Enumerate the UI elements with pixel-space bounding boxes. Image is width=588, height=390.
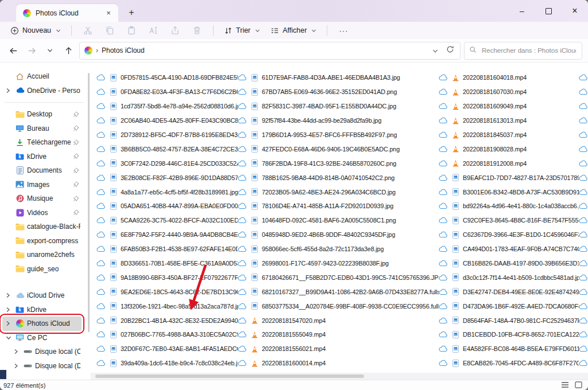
file-row-partial[interactable] — [579, 356, 588, 370]
sidebar-scrollbar[interactable] — [88, 73, 90, 332]
file-row[interactable]: 6E8F79A2-F5F2-4440-9B9A-9A4DB8CB4E40.jpg — [96, 228, 238, 242]
trier-button[interactable]: Trier — [219, 25, 265, 37]
file-row[interactable]: 92f57f84-43be-44dd-ac99-be29a8d2fa9b.jpg — [238, 114, 439, 128]
file-row[interactable]: D3E42747-DEB4-49EE-8E0E-92E4874249F2.jpg — [439, 284, 579, 299]
file-row[interactable]: 786F2BDA-19F8-41C3-92BE-246B5870260C.png — [238, 156, 439, 170]
sidebar-item-t-l-chargements[interactable]: Téléchargements — [2, 135, 82, 150]
search-box[interactable] — [464, 42, 582, 60]
file-row[interactable]: 104648FD-092C-4581-BAF6-2A005C5508C1.png — [238, 213, 439, 228]
file-row[interactable]: 202208181609049.mp4 — [439, 99, 579, 114]
afficher-button[interactable]: Afficher — [266, 25, 321, 37]
file-row-partial[interactable] — [579, 71, 588, 85]
file-row[interactable]: 202208181604018.mp4 — [439, 71, 579, 85]
file-row[interactable]: 202208181912008.mp4 — [439, 156, 579, 170]
file-row[interactable]: 202208181607030.mp4 — [439, 85, 579, 99]
file-row-partial[interactable] — [579, 270, 588, 284]
sidebar-item-documents[interactable]: Documents — [2, 163, 82, 178]
chevron-right-icon[interactable] — [6, 88, 13, 93]
sidebar-item-desktop[interactable]: Desktop — [2, 107, 82, 122]
file-row[interactable]: 5CAA9226-3C75-4022-BFCF-A032C100EDA1.jpe… — [96, 213, 238, 228]
file-row[interactable]: 39da409a-1dc6-418e-b9c4-7c8c038c24eb.jpg — [96, 356, 238, 370]
scrollbar-thumb[interactable] — [95, 375, 364, 378]
file-row[interactable]: 9A18B990-6BF3-450A-BF27-EF07922677F2.jpe… — [96, 270, 238, 284]
file-row[interactable]: 13f3206e-1921-4bec-98a5-d13a2aca787d.jpg — [96, 299, 238, 313]
file-row[interactable]: E4A582FF-BC08-464B-B5EA-E79FFD6011B6.jpg — [439, 342, 579, 356]
file-row[interactable]: 202208181555049.mp4 — [238, 327, 439, 342]
file-row-partial[interactable] — [579, 342, 588, 356]
file-row[interactable]: 4a8a1a77-eb5c-4cf5-bf5f-4f28b3189981.jpg — [96, 185, 238, 199]
file-row[interactable]: 3E2B08CE-F82F-42B9-896E-9D1DA88D5708.png — [96, 170, 238, 185]
file-row[interactable]: 179B6D1A-9953-4E57-BFC6-FFFB5B492F97.png — [238, 128, 439, 142]
sidebar-item-ce-pc[interactable]: Ce PC — [2, 331, 82, 345]
file-row[interactable]: 788B1625-9BA8-44D9-814B-0A07410542C2.png — [238, 170, 439, 185]
file-row-partial[interactable] — [579, 142, 588, 156]
sidebar-item-disque-local-d[interactable]: Disque local (D:) — [10, 359, 82, 373]
file-row[interactable]: CB16B826-DAAB-4197-89D0-39B656E3D110.jpe… — [439, 256, 579, 271]
file-row[interactable]: 027B06BC-7765-4988-8AA3-310EC5A02C9C.png — [96, 327, 238, 342]
file-row-partial[interactable] — [579, 199, 588, 213]
chevron-down-icon[interactable] — [6, 336, 13, 340]
file-row[interactable]: 68210167327__B99D9A41-1086-42B2-9A6B-07D… — [238, 284, 439, 299]
details-view-toggle-icon[interactable] — [561, 380, 569, 390]
file-row[interactable]: 67BD7AB5-E069-4636-96E2-35152ED041AD.png — [238, 85, 439, 99]
file-row[interactable]: C62367D9-3966-4E3F-B1D0-1C4596046F39.jpe… — [439, 228, 579, 242]
chevron-right-icon[interactable] — [14, 363, 21, 369]
file-row[interactable]: 1cd735f7-5bd8-4e78-a94e-2562d08810d6.jpg — [96, 99, 238, 114]
sidebar-item-onedrive-personal[interactable]: OneDrive - Personal — [2, 84, 82, 98]
search-input[interactable] — [481, 46, 577, 54]
file-row[interactable]: 78106D4E-A741-485B-A11A-F2D9201D0939.jpg — [238, 199, 439, 213]
file-row[interactable]: 0FD57815-45CA-4190-AD18-69DFB824E553.jpg — [96, 71, 238, 85]
file-row[interactable]: 61D7E9AF-FAB8-4D3A-ABE1-46EDBAA4B1A3.jpg — [238, 71, 439, 85]
file-row[interactable]: 8D336651-70B1-458E-BF5E-C361A9A0D534.jpe… — [96, 256, 238, 271]
file-row[interactable]: E8CAB826-7045-4FDC-A489-8C6F87F27C76.jpg — [439, 356, 579, 370]
minimize-button[interactable]: – — [509, 0, 535, 22]
file-row[interactable]: DB1CEBDD-10FB-4CF8-8652-701ECA122E5E.jpg — [439, 327, 579, 342]
file-row-partial[interactable] — [579, 128, 588, 142]
address-dropdown-chevron-icon[interactable] — [432, 45, 438, 56]
file-row[interactable]: 958066ec-5cf6-455d-8a2d-72c1173da3e8.jpg — [238, 242, 439, 256]
thumbnails-view-toggle-icon[interactable] — [575, 380, 582, 390]
sidebar-item-kdrive[interactable]: kkDrive — [2, 150, 82, 164]
file-row-partial[interactable] — [579, 114, 588, 128]
file-row[interactable]: 202208181908028.mp4 — [439, 142, 579, 156]
sidebar-item-images[interactable]: Images — [2, 178, 82, 192]
sidebar-item-export-compress[interactable]: export-compress — [2, 234, 82, 248]
cut-icon[interactable] — [83, 26, 92, 35]
share-icon[interactable] — [171, 26, 180, 35]
refresh-icon[interactable] — [446, 45, 454, 56]
chevron-right-icon[interactable] — [6, 292, 13, 298]
file-row[interactable]: 0FDA8E82-E03A-4F3F-BA13-C7F6D6C2B6EF.jpe… — [96, 85, 238, 99]
sidebar-item-catalogue-black-frida[interactable]: catalogue-Black-Frida — [2, 220, 82, 234]
sidebar-item-kdrive[interactable]: kkDrive — [2, 303, 82, 317]
sidebar-item-bureau[interactable]: Bureau — [2, 122, 82, 136]
file-row[interactable]: 26998001-F17C-4597-9423-022239B8038F.jpg — [238, 256, 439, 271]
file-row-partial[interactable] — [579, 284, 588, 299]
sidebar-item-disque-local-c[interactable]: Disque local (C:) — [10, 345, 82, 359]
address-bar[interactable]: › Photos iCloud — [79, 42, 461, 60]
back-button[interactable] — [6, 43, 21, 58]
tab-close-icon[interactable]: × — [103, 8, 114, 18]
file-row[interactable]: CA494D01-1783-4EAF-9F0B-A74CB7C74C0F.jpg — [439, 242, 579, 256]
file-row[interactable]: 72023B05-9A62-4BE3-AE24-296A034C6BCD.jpg — [238, 185, 439, 199]
file-row-partial[interactable] — [579, 99, 588, 114]
sidebar-item-accueil[interactable]: Accueil — [2, 69, 82, 84]
file-row[interactable]: 3B6BB5C0-4852-4757-B2EA-38E4C72CE305.png — [96, 142, 238, 156]
delete-icon[interactable] — [192, 26, 202, 35]
horizontal-scrollbar[interactable] — [91, 373, 588, 380]
file-row-partial[interactable] — [579, 185, 588, 199]
rename-icon[interactable] — [149, 26, 158, 35]
file-row[interactable]: 202208181613013.mp4 — [439, 114, 579, 128]
new-tab-button[interactable]: + — [124, 5, 139, 20]
sidebar-item-musique[interactable]: Musique — [2, 192, 82, 206]
file-row[interactable]: 05ADA651-40B8-44A7-899A-EBA0E0FD00A3.jpg — [96, 199, 238, 213]
file-row[interactable]: 82F5831C-3987-4BAD-95F1-E155BD0A44DC.jpg — [238, 99, 439, 114]
file-row[interactable]: B9EAFC1D-7DD7-4827-B17A-23D5701789FD.jpg — [439, 170, 579, 185]
file-row-partial[interactable] — [579, 327, 588, 342]
tab-photos-icloud[interactable]: Photos iCloud × — [16, 4, 118, 22]
file-row[interactable]: 427FEDC0-E68A-46D6-9406-19C46B0E5ADC.png — [238, 142, 439, 156]
chevron-right-icon[interactable] — [14, 349, 21, 354]
nouveau-button[interactable]: Nouveau — [6, 25, 65, 37]
file-row-partial[interactable] — [579, 170, 588, 185]
file-row-partial[interactable] — [579, 213, 588, 228]
file-row[interactable]: D473DA96-1B6F-492E-A4ED-7DCA0680F80E.jpe… — [439, 299, 579, 313]
